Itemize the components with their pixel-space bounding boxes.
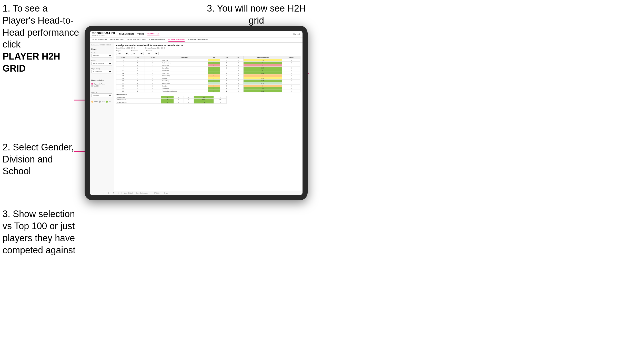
radio-top100[interactable]: Top 100	[91, 85, 112, 87]
cell-reg: 11	[130, 90, 145, 92]
cell-rounds: 3	[282, 62, 300, 64]
toolbar-save-view[interactable]: Save Custom View	[135, 192, 149, 194]
instructions-left: 1. To see a Player's Head-to-Head perfor…	[3, 3, 79, 264]
sub-nav-player-h2h-grid[interactable]: PLAYER H2H GRID	[168, 38, 185, 42]
colour-by-select[interactable]: Win/loss	[91, 93, 112, 97]
toolbar-watch[interactable]: 👁 Watch ▾	[153, 192, 162, 194]
sub-nav-team-h2h-heatmap[interactable]: TEAM H2H HEATMAP	[127, 38, 146, 42]
cell-div: 15	[116, 80, 130, 82]
cell-div: 10	[116, 69, 130, 72]
cell-opponent: Heejo Hyun	[161, 72, 208, 74]
toolbar-redo[interactable]: ↪	[102, 192, 105, 194]
legend-down-dot	[91, 101, 93, 103]
toolbar-view-original[interactable]: View: Original	[123, 192, 134, 194]
toolbar-grid[interactable]: ⊞	[107, 192, 110, 194]
table-row: 19 10 6 Emily Chang 4 1 0 0.3 11	[116, 87, 300, 90]
conference-filter-select[interactable]: (All)	[131, 52, 144, 55]
overall-record: Overall Record: 353 - 34 - 6	[116, 47, 135, 49]
cell-diff: 3.33	[243, 72, 282, 74]
cell-opponent: Jessica Mason	[161, 82, 208, 85]
table-row: 16 3 4 Jessica Mason 1 2 0 -0.94 7	[116, 82, 300, 85]
cell-conf: 3	[145, 64, 161, 67]
toolbar-undo[interactable]: ↩	[92, 192, 95, 194]
cell-loss: 0	[220, 59, 233, 62]
toolbar-divider-2	[151, 192, 151, 194]
legend-level-dot	[99, 101, 101, 103]
step3-left-block: 3. Show selection vs Top 100 or just pla…	[3, 208, 79, 256]
ood-loss: 0	[174, 99, 184, 101]
h2h-table: # Div # Reg # Conf Opponent Win Loss Tie…	[116, 56, 300, 92]
radio-dot-top100	[91, 85, 93, 87]
cell-win: 1	[208, 67, 220, 69]
cell-conf: 7	[145, 90, 161, 92]
table-row: 15 8 5 Stella Cheng 1 0 0 1.25 4	[116, 80, 300, 82]
ood-rounds: 30	[214, 99, 227, 101]
sub-nav-team-h2h-grid[interactable]: TEAM H2H GRID	[110, 38, 124, 42]
cell-opponent: Euna Lee	[161, 85, 208, 87]
cell-div: 13	[116, 74, 130, 77]
player-rank-select[interactable]: 8. Katelyn Vo	[91, 70, 112, 73]
toolbar-info[interactable]: ⊙	[116, 192, 120, 194]
step1-block: 1. To see a Player's Head-to-Head perfor…	[3, 3, 79, 75]
record-row: Overall Record: 353 - 34 - 6 Division Re…	[116, 47, 300, 49]
table-row: 6 3 3 Sydney Kuo 0 1 0 -1	[116, 64, 300, 67]
cell-loss: 0	[220, 67, 233, 69]
table-row: 10 6 3 Andrea York 2 0 0 4 4	[116, 69, 300, 72]
region-filter-select[interactable]: (All)	[116, 52, 129, 55]
filter-row: Region (All) Conference (All) Opponent	[116, 50, 300, 55]
player-section-title: Player	[91, 48, 112, 50]
cell-loss: 1	[220, 90, 233, 92]
cell-reg: 3	[130, 82, 145, 85]
cell-opponent: Sharon Mun	[161, 67, 208, 69]
cell-loss: 1	[220, 64, 233, 67]
cell-loss: 0	[220, 74, 233, 77]
cell-rounds: 9	[282, 77, 300, 80]
toolbar-back[interactable]: ←	[97, 192, 100, 194]
cell-tie: 0	[233, 72, 244, 74]
ood-rounds: 10	[214, 101, 227, 104]
table-row: 3 1 1 Esther Lee 1 0 1 1.5 4	[116, 59, 300, 62]
opponent-filter-select[interactable]: (All)	[146, 52, 159, 55]
nav-tournaments[interactable]: TOURNAMENTS	[119, 33, 134, 35]
header-right: Sign out	[293, 33, 300, 35]
logo-area: SCOREBOARD Powered by clippd	[92, 32, 115, 36]
cell-conf: 4	[145, 77, 161, 80]
cell-loss: 0	[220, 85, 233, 87]
player-rank-label: Player (Rank)	[91, 68, 112, 70]
cell-opponent: Sydney Kuo	[161, 64, 208, 67]
cell-reg: 1	[130, 67, 145, 69]
cell-diff: 1.33	[243, 90, 282, 92]
ood-tie: 0	[184, 101, 194, 104]
cell-diff: 1.25	[243, 80, 282, 82]
sub-nav-player-summary[interactable]: PLAYER SUMMARY	[149, 38, 165, 42]
gender-select[interactable]: Women's Men's	[91, 54, 112, 57]
sign-out-link[interactable]: Sign out	[293, 33, 300, 35]
bottom-toolbar: ↩ ← ↪ ⊞ ↺ ⊙ View: Original Save Custom V…	[90, 191, 303, 195]
division-select[interactable]: NCAA Division III NCAA Division I	[91, 62, 112, 65]
left-panel: Last Updated: 27/03/2024 16:55:38 Player…	[90, 43, 114, 191]
panel-divider-1	[91, 77, 112, 77]
cell-div: 19	[116, 87, 130, 90]
step2-block: 2. Select Gender, Division and School	[3, 141, 79, 177]
opponent-view-radio: Opponents Played Top 100	[91, 83, 112, 87]
cell-win: 1	[208, 82, 220, 85]
division-record: Division Record: 331 - 34 - 6	[145, 47, 165, 49]
region-filter-label: Region	[116, 50, 129, 52]
cell-tie: 0	[233, 82, 244, 85]
cell-rounds: 6	[282, 90, 300, 92]
cell-diff: 0.38	[243, 77, 282, 80]
timestamp: Last Updated: 27/03/2024 16:55:38	[91, 44, 112, 46]
sub-nav-player-h2h-heatmap[interactable]: PLAYER H2H HEATMAP	[188, 38, 208, 42]
toolbar-refresh[interactable]: ↺	[112, 192, 115, 194]
legend-up-label: Up	[109, 101, 110, 102]
nav-teams[interactable]: TEAMS	[137, 33, 144, 35]
cell-win: 4	[208, 87, 220, 90]
sub-nav-team-summary[interactable]: TEAM SUMMARY	[92, 38, 107, 42]
toolbar-share[interactable]: Share	[163, 192, 169, 194]
out-of-division-header: Out of division	[116, 94, 300, 95]
cell-rounds: 4	[282, 80, 300, 82]
step3-left-text: 3. Show selection vs Top 100 or just pla…	[3, 208, 79, 256]
radio-opponents-played[interactable]: Opponents Played	[91, 83, 112, 85]
nav-committee[interactable]: COMMITTEE	[147, 33, 159, 35]
cell-reg: 2	[130, 85, 145, 87]
